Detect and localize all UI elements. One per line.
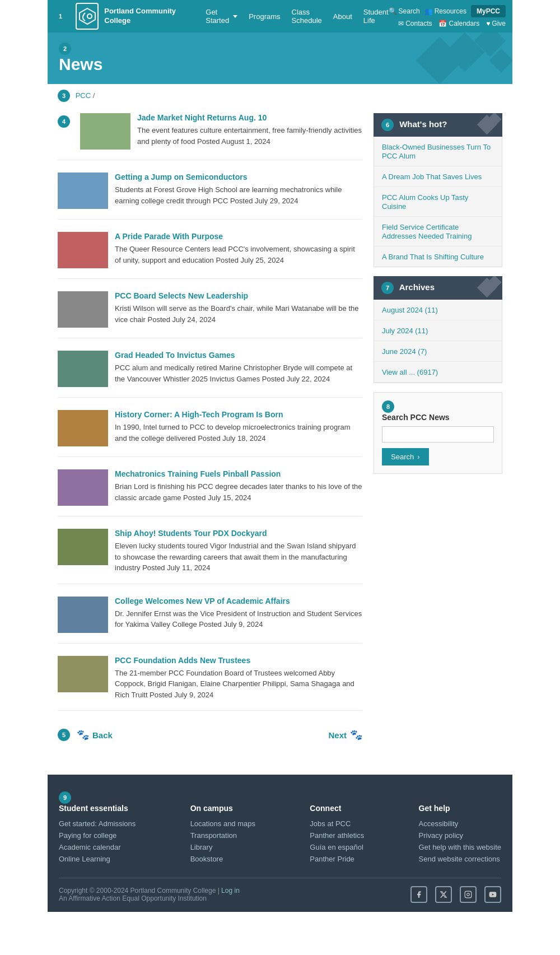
footer-link-paying[interactable]: Paying for college [59,831,136,840]
footer-col-heading: Connect [310,804,364,813]
news-thumbnail [58,597,108,633]
annotation-9: 9 [59,791,71,804]
annotation-1: 1 [54,10,67,22]
resources-icon: 👥 [424,7,433,15]
student-life-nav[interactable]: Student Life [363,8,389,25]
news-content: Ship Ahoy! Students Tour PDX Dockyard El… [115,529,362,574]
x-twitter-icon[interactable] [435,886,452,903]
youtube-icon[interactable] [484,886,501,903]
news-title-link[interactable]: Mechatronics Training Fuels Pinball Pass… [115,469,281,478]
news-title-link[interactable]: Grad Headed To Invictus Games [115,351,235,360]
news-title-link[interactable]: PCC Board Selects New Leadership [115,291,248,300]
search-icon: 🔍 [389,7,397,15]
news-body: Brian Lord is finishing his PCC degree d… [115,481,362,503]
list-item: Field Service Certificate Addresses Need… [374,217,502,246]
archives-section: 7 Archives August 2024 (11) July 2024 (1… [374,276,502,383]
footer-link[interactable]: Panther athletics [310,831,364,840]
whats-hot-item[interactable]: A Brand That Is Shifting Culture [382,253,484,261]
contacts-link[interactable]: ✉ Contacts [398,20,432,27]
archive-link[interactable]: August 2024 (11) [382,306,438,314]
annotation-5: 5 [58,729,70,741]
search-link[interactable]: 🔍 Search [389,7,420,15]
news-title-link[interactable]: Ship Ahoy! Students Tour PDX Dockyard [115,529,267,538]
whats-hot-item[interactable]: PCC Alum Cooks Up Tasty Cuisine [382,193,468,211]
news-title-link[interactable]: Getting a Jump on Semiconductors [115,173,247,181]
footer-link[interactable]: Transportation [190,831,255,840]
pcc-logo-svg [77,6,97,26]
breadcrumb-pcc[interactable]: PCC [76,91,91,100]
news-item: PCC Foundation Adds New Trustees The 21-… [58,656,362,711]
news-thumbnail [58,529,108,565]
news-content: Jade Market Night Returns Aug. 10 The ev… [137,113,362,150]
news-title-link[interactable]: College Welcomes New VP of Academic Affa… [115,597,290,605]
footer-link[interactable]: Get help with this website [419,843,501,851]
footer-columns: Student essentials Get started: Admissio… [59,804,501,867]
back-button[interactable]: 5 🐾 Back [58,729,113,741]
news-title: PCC Board Selects New Leadership [115,291,362,300]
news-title-link[interactable]: PCC Foundation Adds New Trustees [115,656,250,665]
logo-text: Portland Community College [104,7,189,26]
news-title-link[interactable]: Jade Market Night Returns Aug. 10 [137,113,267,122]
news-title: A Pride Parade With Purpose [115,232,362,241]
whats-hot-item[interactable]: Black-Owned Businesses Turn To PCC Alum [382,143,491,160]
footer-bottom: Copyright © 2000-2024 Portland Community… [59,878,501,903]
archive-link[interactable]: July 2024 (11) [382,327,428,335]
instagram-icon[interactable] [460,886,477,903]
about-nav[interactable]: About [333,12,352,21]
list-item: July 2024 (11) [374,320,502,341]
archive-view-all-link[interactable]: View all ... (6917) [382,368,438,376]
calendar-icon: 📅 [438,20,447,27]
footer-col-heading: Get help [419,804,501,813]
news-title-link[interactable]: A Pride Parade With Purpose [115,232,223,241]
whats-hot-item[interactable]: A Dream Job That Saves Lives [382,173,482,181]
archive-link[interactable]: June 2024 (7) [382,347,427,356]
header: 1 Portland Community College Get Started… [48,0,512,32]
whats-hot-item[interactable]: Field Service Certificate Addresses Need… [382,223,472,240]
news-body: Dr. Jennifer Ernst was the Vice Presiden… [115,608,362,630]
archives-header: 7 Archives [374,276,502,300]
archives-items: August 2024 (11) July 2024 (11) June 202… [374,300,502,383]
footer-link[interactable]: Guía en español [310,843,364,851]
resources-link[interactable]: 👥 Resources [424,7,466,15]
whats-hot-header: 6 What's hot? [374,113,502,137]
programs-nav[interactable]: Programs [249,12,280,21]
news-body: In 1990, Intel turned to PCC to develop … [115,422,362,444]
footer-link[interactable]: Locations and maps [190,819,255,828]
footer-link[interactable]: Library [190,843,255,851]
footer-link-academic-calendar[interactable]: Academic calendar [59,843,136,851]
search-section: 8 Search PCC News Search › [374,392,502,474]
news-content: A Pride Parade With Purpose The Queer Re… [115,232,362,268]
footer-link[interactable]: Bookstore [190,855,255,863]
search-label: Search PCC News [382,413,494,422]
header-right: 🔍 Search 👥 Resources MyPCC ✉ Contacts 📅 … [389,5,506,27]
calendars-link[interactable]: 📅 Calendars [438,20,479,27]
list-item: August 2024 (11) [374,300,502,320]
mypcc-button[interactable]: MyPCC [471,5,506,17]
news-item: 4 Jade Market Night Returns Aug. 10 The … [58,113,362,160]
news-title: History Corner: A High-Tech Program Is B… [115,410,362,419]
footer-link[interactable]: Jobs at PCC [310,819,364,828]
news-banner: 2 News [48,32,512,84]
news-title-link[interactable]: History Corner: A High-Tech Program Is B… [115,410,283,419]
class-schedule-nav[interactable]: Class Schedule [292,8,322,25]
footer-link-accessibility[interactable]: Accessibility [419,819,501,828]
give-link[interactable]: ♥ Give [486,20,506,27]
get-started-nav[interactable]: Get Started [206,8,237,25]
paw-right-icon: 🐾 [350,729,362,741]
footer-copyright: Copyright © 2000-2024 Portland Community… [59,887,240,902]
footer-link-online-learning[interactable]: Online Learning [59,855,136,863]
news-content: Grad Headed To Invictus Games PCC alum a… [115,351,362,387]
facebook-icon[interactable] [410,886,427,903]
footer-link[interactable]: Panther Pride [310,855,364,863]
footer-link[interactable]: Send website corrections [419,855,501,863]
footer-link[interactable]: Privacy policy [419,831,501,840]
search-button[interactable]: Search › [382,448,429,465]
login-link[interactable]: Log in [221,887,240,895]
news-item: Ship Ahoy! Students Tour PDX Dockyard El… [58,529,362,584]
footer-link[interactable]: Get started: Admissions [59,819,136,828]
news-content: History Corner: A High-Tech Program Is B… [115,410,362,446]
footer-col-heading: On campus [190,804,255,813]
next-button[interactable]: Next 🐾 [328,729,362,741]
footer-col-heading: Student essentials [59,804,136,813]
search-input[interactable] [382,426,494,442]
